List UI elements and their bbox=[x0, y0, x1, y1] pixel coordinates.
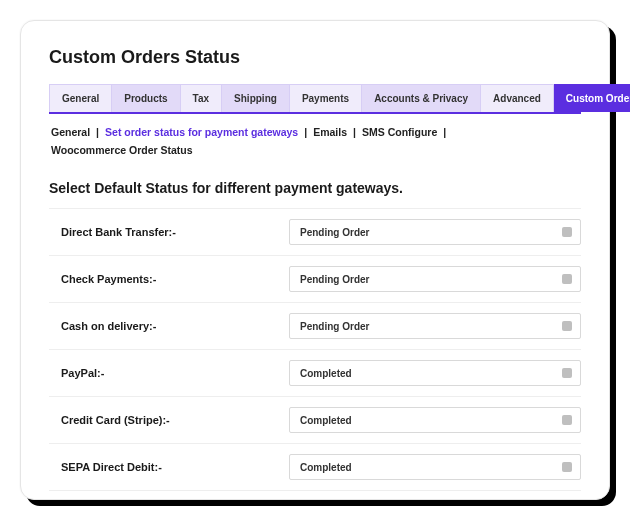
tab-custom-orders-status[interactable]: Custom Orders Status bbox=[554, 84, 630, 112]
status-select-paypal[interactable]: Completed bbox=[289, 360, 581, 386]
separator: | bbox=[353, 126, 356, 138]
row-credit-card-stripe: Credit Card (Stripe):- Completed bbox=[49, 397, 581, 444]
subnav-general[interactable]: General bbox=[51, 126, 90, 138]
row-label: PayPal:- bbox=[49, 367, 289, 379]
dropdown-icon bbox=[562, 415, 572, 425]
dropdown-icon bbox=[562, 227, 572, 237]
tab-accounts-privacy[interactable]: Accounts & Privacy bbox=[362, 84, 481, 112]
gateway-status-rows: Direct Bank Transfer:- Pending Order Che… bbox=[49, 208, 581, 491]
dropdown-icon bbox=[562, 321, 572, 331]
select-value: Completed bbox=[300, 462, 352, 473]
tab-shipping[interactable]: Shipping bbox=[222, 84, 290, 112]
separator: | bbox=[443, 126, 446, 138]
separator: | bbox=[96, 126, 99, 138]
status-select-check-payments[interactable]: Pending Order bbox=[289, 266, 581, 292]
status-select-direct-bank-transfer[interactable]: Pending Order bbox=[289, 219, 581, 245]
tab-general[interactable]: General bbox=[49, 84, 112, 112]
select-value: Pending Order bbox=[300, 227, 369, 238]
row-label: Cash on delivery:- bbox=[49, 320, 289, 332]
subnav-set-order-status[interactable]: Set order status for payment gateways bbox=[105, 126, 298, 138]
page-title: Custom Orders Status bbox=[49, 47, 581, 68]
dropdown-icon bbox=[562, 462, 572, 472]
dropdown-icon bbox=[562, 368, 572, 378]
row-label: Direct Bank Transfer:- bbox=[49, 226, 289, 238]
row-label: Credit Card (Stripe):- bbox=[49, 414, 289, 426]
separator: | bbox=[304, 126, 307, 138]
row-check-payments: Check Payments:- Pending Order bbox=[49, 256, 581, 303]
tab-tax[interactable]: Tax bbox=[181, 84, 223, 112]
section-title: Select Default Status for different paym… bbox=[49, 180, 581, 196]
status-select-cash-on-delivery[interactable]: Pending Order bbox=[289, 313, 581, 339]
select-value: Completed bbox=[300, 368, 352, 379]
status-select-sepa-direct-debit[interactable]: Completed bbox=[289, 454, 581, 480]
select-value: Completed bbox=[300, 415, 352, 426]
tab-advanced[interactable]: Advanced bbox=[481, 84, 554, 112]
row-cash-on-delivery: Cash on delivery:- Pending Order bbox=[49, 303, 581, 350]
subnav-emails[interactable]: Emails bbox=[313, 126, 347, 138]
subnav-sms-configure[interactable]: SMS Configure bbox=[362, 126, 437, 138]
row-label: Check Payments:- bbox=[49, 273, 289, 285]
tab-products[interactable]: Products bbox=[112, 84, 180, 112]
select-value: Pending Order bbox=[300, 274, 369, 285]
tab-payments[interactable]: Payments bbox=[290, 84, 362, 112]
row-direct-bank-transfer: Direct Bank Transfer:- Pending Order bbox=[49, 208, 581, 256]
row-label: SEPA Direct Debit:- bbox=[49, 461, 289, 473]
primary-tabs: General Products Tax Shipping Payments A… bbox=[49, 84, 581, 114]
subnav-woocommerce-order-status[interactable]: Woocommerce Order Status bbox=[51, 144, 193, 156]
row-paypal: PayPal:- Completed bbox=[49, 350, 581, 397]
status-select-credit-card-stripe[interactable]: Completed bbox=[289, 407, 581, 433]
settings-card: Custom Orders Status General Products Ta… bbox=[20, 20, 610, 500]
dropdown-icon bbox=[562, 274, 572, 284]
select-value: Pending Order bbox=[300, 321, 369, 332]
secondary-nav: General | Set order status for payment g… bbox=[49, 114, 581, 172]
row-sepa-direct-debit: SEPA Direct Debit:- Completed bbox=[49, 444, 581, 491]
